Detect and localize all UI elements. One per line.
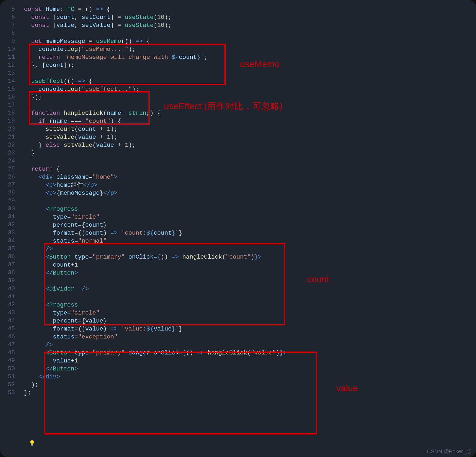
code-line: <p>home组件</p> [24,181,287,189]
code-editor-frame: 5678910111213141516171819202122232425262… [0,0,476,457]
code-line [24,293,287,301]
code-line: /> [24,245,287,253]
line-number: 39 [0,277,19,285]
line-number: 35 [0,245,19,253]
code-line: } else setValue(value + 1); [24,141,287,149]
line-number: 44 [0,317,19,325]
line-number: 19 [0,117,19,125]
line-number: 29 [0,197,19,205]
code-line: </div> [24,373,287,381]
code-line: status="normal" [24,237,287,245]
code-line: } [24,149,287,157]
code-line: /> [24,341,287,349]
code-line: <Divider /> [24,285,287,293]
code-line: </Button> [24,269,287,277]
code-line: const [value, setValue] = useState(10); [24,21,287,29]
code-line: const Home: FC = () => { [24,5,287,13]
code-line: <Progress [24,301,287,309]
line-number: 8 [0,29,19,37]
code-line: <Button type="primary" onClick={() => ha… [24,253,287,261]
line-number: 12 [0,61,19,69]
code-line: useEffect(() => { [24,77,287,85]
line-number: 22 [0,141,19,149]
line-number-gutter: 5678910111213141516171819202122232425262… [0,5,19,397]
code-line: format={(value) => `value:${value}`} [24,325,287,333]
line-number: 18 [0,109,19,117]
line-number: 38 [0,269,19,277]
code-line: format={(count) => `count:${count}`} [24,229,287,237]
line-number: 37 [0,261,19,269]
line-number: 40 [0,285,19,293]
code-line: percent={count} [24,221,287,229]
line-number: 52 [0,381,19,389]
code-line [24,29,287,37]
code-line: }; [24,389,287,397]
line-number: 9 [0,37,19,45]
code-line: ); [24,381,287,389]
line-number: 36 [0,253,19,261]
code-line: if (name === "count") { [24,117,287,125]
line-number: 42 [0,301,19,309]
line-number: 31 [0,213,19,221]
line-number: 24 [0,157,19,165]
line-number: 47 [0,341,19,349]
annotation-label-count: count [307,275,329,283]
line-number: 46 [0,333,19,341]
code-line: </Button> [24,365,287,373]
line-number: 17 [0,101,19,109]
line-number: 33 [0,229,19,237]
watermark: CSDN @Poker_旭 [427,447,471,455]
code-line: console.log("useMemo...."); [24,45,287,53]
line-number: 30 [0,205,19,213]
code-line: setValue(value + 1); [24,133,287,141]
line-number: 5 [0,5,19,13]
line-number: 41 [0,293,19,301]
annotation-label-value: value [336,384,358,392]
line-number: 34 [0,237,19,245]
line-number: 6 [0,13,19,21]
line-number: 32 [0,221,19,229]
code-line [24,157,287,165]
line-number: 13 [0,69,19,77]
code-line: const [count, setCount] = useState(10); [24,13,287,21]
code-line [24,69,287,77]
line-number: 20 [0,125,19,133]
annotation-label-useeffect: useEffect (用作对比，可忽略) [164,102,283,110]
code-line: percent={value} [24,317,287,325]
line-number: 11 [0,53,19,61]
line-number: 25 [0,165,19,173]
code-line: console.log("useEffect..."); [24,85,287,93]
code-line: <Progress [24,205,287,213]
line-number: 53 [0,389,19,397]
line-number: 49 [0,357,19,365]
line-number: 7 [0,21,19,29]
line-number: 28 [0,189,19,197]
code-line: type="circle" [24,213,287,221]
line-number: 45 [0,325,19,333]
code-line: status="exception" [24,333,287,341]
line-number: 50 [0,365,19,373]
code-line: }); [24,93,287,101]
lightbulb-icon: 💡 [29,440,35,448]
line-number: 26 [0,173,19,181]
annotation-label-usememo: useMemo [240,60,280,68]
code-line: count+1 [24,261,287,269]
code-line: return ( [24,165,287,173]
code-line: <Button type="primary" danger onClick={(… [24,349,287,357]
line-number: 27 [0,181,19,189]
line-number: 16 [0,93,19,101]
code-line [24,197,287,205]
line-number: 21 [0,133,19,141]
code-line: type="circle" [24,309,287,317]
line-number: 14 [0,77,19,85]
line-number: 15 [0,85,19,93]
code-line [24,277,287,285]
code-line: <p>{memoMessage}</p> [24,189,287,197]
line-number: 48 [0,349,19,357]
line-number: 51 [0,373,19,381]
code-line: value+1 [24,357,287,365]
code-line: let memoMessage = useMemo(() => { [24,37,287,45]
line-number: 23 [0,149,19,157]
code-line: <div className="home"> [24,173,287,181]
line-number: 43 [0,309,19,317]
